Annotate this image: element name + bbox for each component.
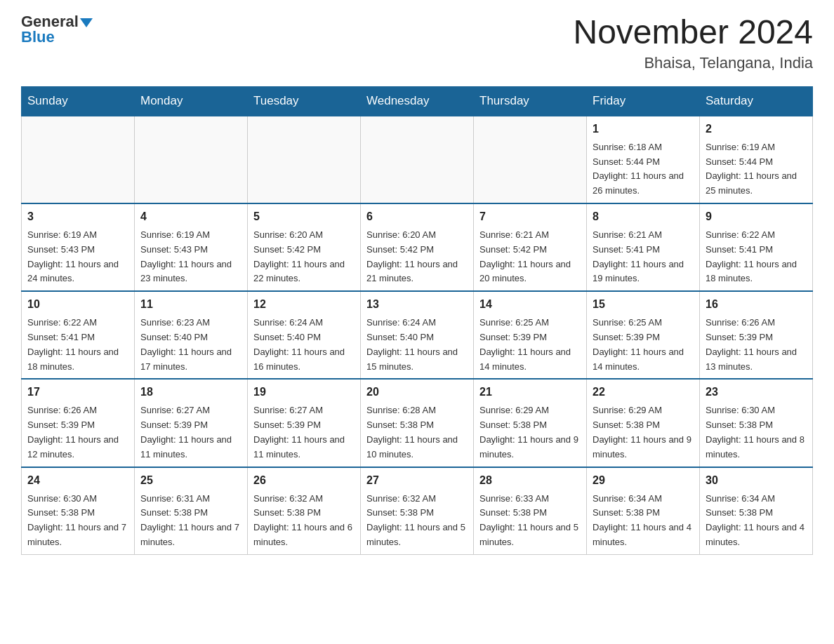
day-cell: 4Sunrise: 6:19 AM Sunset: 5:43 PM Daylig…	[135, 203, 248, 291]
day-number: 27	[366, 472, 468, 489]
day-cell: 5Sunrise: 6:20 AM Sunset: 5:42 PM Daylig…	[248, 203, 361, 291]
week-row-3: 10Sunrise: 6:22 AM Sunset: 5:41 PM Dayli…	[22, 291, 813, 379]
day-cell: 12Sunrise: 6:24 AM Sunset: 5:40 PM Dayli…	[248, 291, 361, 379]
day-info: Sunrise: 6:28 AM Sunset: 5:38 PM Dayligh…	[366, 403, 468, 462]
title-section: November 2024 Bhaisa, Telangana, India	[573, 14, 813, 72]
day-cell: 13Sunrise: 6:24 AM Sunset: 5:40 PM Dayli…	[361, 291, 474, 379]
day-cell: 18Sunrise: 6:27 AM Sunset: 5:39 PM Dayli…	[135, 379, 248, 467]
day-info: Sunrise: 6:18 AM Sunset: 5:44 PM Dayligh…	[593, 140, 694, 199]
day-info: Sunrise: 6:19 AM Sunset: 5:43 PM Dayligh…	[27, 228, 128, 286]
day-cell: 15Sunrise: 6:25 AM Sunset: 5:39 PM Dayli…	[587, 291, 700, 379]
logo: General Blue	[21, 14, 93, 46]
day-cell	[135, 116, 248, 203]
day-cell: 19Sunrise: 6:27 AM Sunset: 5:39 PM Dayli…	[248, 379, 361, 467]
day-info: Sunrise: 6:29 AM Sunset: 5:38 PM Dayligh…	[479, 403, 581, 462]
day-info: Sunrise: 6:31 AM Sunset: 5:38 PM Dayligh…	[140, 492, 241, 550]
day-cell: 3Sunrise: 6:19 AM Sunset: 5:43 PM Daylig…	[22, 203, 135, 291]
day-number: 30	[706, 472, 807, 489]
column-header-sunday: Sunday	[22, 86, 135, 116]
day-number: 17	[27, 384, 128, 401]
day-info: Sunrise: 6:34 AM Sunset: 5:38 PM Dayligh…	[593, 492, 694, 550]
day-number: 8	[593, 208, 694, 225]
day-cell: 27Sunrise: 6:32 AM Sunset: 5:38 PM Dayli…	[361, 467, 474, 555]
day-cell: 29Sunrise: 6:34 AM Sunset: 5:38 PM Dayli…	[587, 467, 700, 555]
column-header-tuesday: Tuesday	[248, 86, 361, 116]
day-cell: 16Sunrise: 6:26 AM Sunset: 5:39 PM Dayli…	[700, 291, 813, 379]
day-number: 7	[479, 208, 581, 225]
day-info: Sunrise: 6:21 AM Sunset: 5:41 PM Dayligh…	[593, 228, 694, 286]
day-cell: 23Sunrise: 6:30 AM Sunset: 5:38 PM Dayli…	[700, 379, 813, 467]
day-number: 14	[479, 296, 581, 313]
calendar-header-row: SundayMondayTuesdayWednesdayThursdayFrid…	[22, 86, 813, 116]
column-header-saturday: Saturday	[700, 86, 813, 116]
day-info: Sunrise: 6:26 AM Sunset: 5:39 PM Dayligh…	[27, 403, 128, 462]
day-info: Sunrise: 6:27 AM Sunset: 5:39 PM Dayligh…	[140, 403, 241, 462]
day-number: 16	[706, 296, 807, 313]
column-header-wednesday: Wednesday	[361, 86, 474, 116]
day-cell	[474, 116, 587, 203]
day-info: Sunrise: 6:20 AM Sunset: 5:42 PM Dayligh…	[253, 228, 355, 286]
day-cell: 28Sunrise: 6:33 AM Sunset: 5:38 PM Dayli…	[474, 467, 587, 555]
day-info: Sunrise: 6:26 AM Sunset: 5:39 PM Dayligh…	[706, 316, 807, 374]
day-info: Sunrise: 6:30 AM Sunset: 5:38 PM Dayligh…	[706, 403, 807, 462]
week-row-1: 1Sunrise: 6:18 AM Sunset: 5:44 PM Daylig…	[22, 116, 813, 203]
day-cell: 2Sunrise: 6:19 AM Sunset: 5:44 PM Daylig…	[700, 116, 813, 203]
day-info: Sunrise: 6:32 AM Sunset: 5:38 PM Dayligh…	[253, 492, 355, 550]
day-cell	[361, 116, 474, 203]
day-info: Sunrise: 6:19 AM Sunset: 5:43 PM Dayligh…	[140, 228, 241, 286]
day-cell	[22, 116, 135, 203]
day-number: 22	[593, 384, 694, 401]
week-row-2: 3Sunrise: 6:19 AM Sunset: 5:43 PM Daylig…	[22, 203, 813, 291]
day-cell: 11Sunrise: 6:23 AM Sunset: 5:40 PM Dayli…	[135, 291, 248, 379]
day-number: 11	[140, 296, 241, 313]
day-cell: 1Sunrise: 6:18 AM Sunset: 5:44 PM Daylig…	[587, 116, 700, 203]
column-header-friday: Friday	[587, 86, 700, 116]
month-title: November 2024	[573, 14, 813, 51]
logo-general: General	[21, 14, 93, 29]
week-row-5: 24Sunrise: 6:30 AM Sunset: 5:38 PM Dayli…	[22, 467, 813, 555]
day-number: 24	[27, 472, 128, 489]
day-cell: 25Sunrise: 6:31 AM Sunset: 5:38 PM Dayli…	[135, 467, 248, 555]
day-number: 26	[253, 472, 355, 489]
day-number: 25	[140, 472, 241, 489]
day-number: 5	[253, 208, 355, 225]
day-number: 19	[253, 384, 355, 401]
day-number: 4	[140, 208, 241, 225]
day-number: 29	[593, 472, 694, 489]
day-cell: 24Sunrise: 6:30 AM Sunset: 5:38 PM Dayli…	[22, 467, 135, 555]
day-info: Sunrise: 6:21 AM Sunset: 5:42 PM Dayligh…	[479, 228, 581, 286]
day-cell: 30Sunrise: 6:34 AM Sunset: 5:38 PM Dayli…	[700, 467, 813, 555]
location: Bhaisa, Telangana, India	[573, 54, 813, 72]
day-info: Sunrise: 6:22 AM Sunset: 5:41 PM Dayligh…	[706, 228, 807, 286]
day-info: Sunrise: 6:20 AM Sunset: 5:42 PM Dayligh…	[366, 228, 468, 286]
day-number: 20	[366, 384, 468, 401]
day-number: 15	[593, 296, 694, 313]
calendar-table: SundayMondayTuesdayWednesdayThursdayFrid…	[21, 86, 813, 555]
logo-blue: Blue	[21, 28, 55, 46]
day-cell: 6Sunrise: 6:20 AM Sunset: 5:42 PM Daylig…	[361, 203, 474, 291]
day-info: Sunrise: 6:33 AM Sunset: 5:38 PM Dayligh…	[479, 492, 581, 550]
day-number: 12	[253, 296, 355, 313]
day-cell: 7Sunrise: 6:21 AM Sunset: 5:42 PM Daylig…	[474, 203, 587, 291]
day-info: Sunrise: 6:22 AM Sunset: 5:41 PM Dayligh…	[27, 316, 128, 374]
day-info: Sunrise: 6:25 AM Sunset: 5:39 PM Dayligh…	[479, 316, 581, 374]
day-info: Sunrise: 6:25 AM Sunset: 5:39 PM Dayligh…	[593, 316, 694, 374]
day-cell: 9Sunrise: 6:22 AM Sunset: 5:41 PM Daylig…	[700, 203, 813, 291]
day-cell	[248, 116, 361, 203]
day-info: Sunrise: 6:27 AM Sunset: 5:39 PM Dayligh…	[253, 403, 355, 462]
day-number: 1	[593, 121, 694, 137]
day-info: Sunrise: 6:19 AM Sunset: 5:44 PM Dayligh…	[706, 140, 807, 199]
day-number: 23	[706, 384, 807, 401]
day-cell: 20Sunrise: 6:28 AM Sunset: 5:38 PM Dayli…	[361, 379, 474, 467]
day-number: 18	[140, 384, 241, 401]
page-header: General Blue November 2024 Bhaisa, Telan…	[21, 14, 813, 72]
day-number: 28	[479, 472, 581, 489]
day-number: 2	[706, 121, 807, 137]
day-number: 13	[366, 296, 468, 313]
day-info: Sunrise: 6:30 AM Sunset: 5:38 PM Dayligh…	[27, 492, 128, 550]
day-info: Sunrise: 6:29 AM Sunset: 5:38 PM Dayligh…	[593, 403, 694, 462]
day-info: Sunrise: 6:34 AM Sunset: 5:38 PM Dayligh…	[706, 492, 807, 550]
day-info: Sunrise: 6:24 AM Sunset: 5:40 PM Dayligh…	[366, 316, 468, 374]
day-cell: 22Sunrise: 6:29 AM Sunset: 5:38 PM Dayli…	[587, 379, 700, 467]
day-number: 9	[706, 208, 807, 225]
